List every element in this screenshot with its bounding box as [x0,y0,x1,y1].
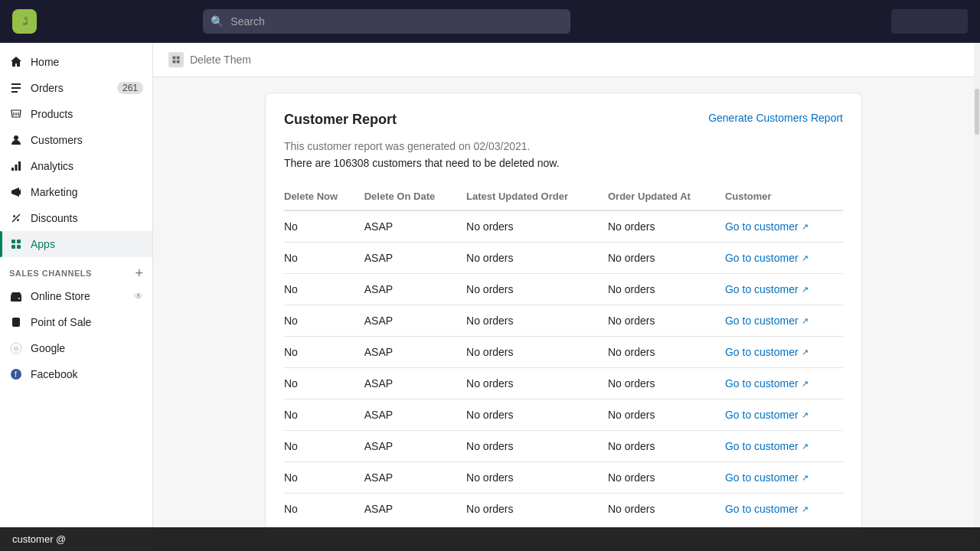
cell-delete-now: No [284,368,364,399]
report-count-text: There are 106308 customers that need to … [284,157,843,169]
cell-latest-order: No orders [466,431,608,462]
cell-latest-order: No orders [466,210,608,243]
topbar: 🔍 [0,0,980,43]
sidebar-item-discounts[interactable]: Discounts [0,205,152,231]
orders-badge: 261 [117,82,143,94]
svg-rect-12 [17,245,21,249]
sales-channels-section: SALES CHANNELS + [0,257,152,283]
sidebar: Home Orders 261 Products Customers Ana [0,43,153,551]
cell-customer: Go to customer ↗ [725,399,843,431]
search-icon: 🔍 [211,15,224,28]
external-link-icon: ↗ [802,442,808,452]
scrollbar-thumb[interactable] [975,89,979,135]
svg-rect-24 [173,60,176,64]
add-sales-channel-button[interactable]: + [135,266,143,280]
table-row: NoASAPNo ordersNo ordersGo to customer ↗ [284,243,843,274]
discounts-icon [9,211,23,225]
pos-icon [9,315,23,329]
sidebar-item-customers[interactable]: Customers [0,127,152,153]
go-to-customer-link[interactable]: Go to customer ↗ [725,346,834,358]
go-to-customer-link[interactable]: Go to customer ↗ [725,252,834,264]
table-row: NoASAPNo ordersNo ordersGo to customer ↗ [284,399,843,431]
scrollbar[interactable] [974,43,980,551]
sidebar-item-analytics[interactable]: Analytics [0,153,152,179]
external-link-icon: ↗ [802,222,808,232]
go-to-customer-link[interactable]: Go to customer ↗ [725,283,834,295]
cell-delete-now: No [284,274,364,305]
go-to-customer-link[interactable]: Go to customer ↗ [725,409,834,421]
cell-order-updated: No orders [608,305,725,337]
cell-delete-now: No [284,462,364,494]
sales-channels-label: SALES CHANNELS [9,269,92,278]
customer-report-table: Delete Now Delete On Date Latest Updated… [284,184,843,524]
cell-delete-on-date: ASAP [364,274,466,305]
go-to-customer-link[interactable]: Go to customer ↗ [725,220,834,233]
svg-rect-4 [11,168,14,171]
sidebar-item-marketing[interactable]: Marketing [0,179,152,205]
go-to-customer-link[interactable]: Go to customer ↗ [725,315,834,327]
cell-delete-on-date: ASAP [364,431,466,462]
external-link-icon: ↗ [802,379,808,389]
cell-latest-order: No orders [466,274,608,305]
cell-customer: Go to customer ↗ [725,210,843,243]
cell-delete-on-date: ASAP [364,368,466,399]
cell-delete-on-date: ASAP [364,399,466,431]
cell-order-updated: No orders [608,368,725,399]
analytics-icon [9,159,23,173]
table-row: NoASAPNo ordersNo ordersGo to customer ↗ [284,210,843,243]
cell-latest-order: No orders [466,305,608,337]
marketing-icon [9,185,23,199]
table-header-row: Delete Now Delete On Date Latest Updated… [284,184,843,210]
cell-latest-order: No orders [466,243,608,274]
svg-text:f: f [15,370,17,379]
external-link-icon: ↗ [802,253,808,263]
svg-rect-6 [18,161,21,171]
cell-order-updated: No orders [608,337,725,368]
sidebar-label-facebook: Facebook [31,368,77,380]
breadcrumb-icon [168,52,184,67]
footer-hint: customer @ [0,527,980,551]
go-to-customer-link[interactable]: Go to customer ↗ [725,471,834,484]
svg-rect-22 [173,57,176,60]
svg-text:G: G [14,345,18,352]
cell-order-updated: No orders [608,494,725,525]
cell-customer: Go to customer ↗ [725,462,843,494]
orders-icon [9,81,23,95]
topbar-right-actions [891,9,968,34]
col-delete-on-date: Delete On Date [364,184,466,210]
svg-rect-1 [11,87,21,89]
cell-order-updated: No orders [608,274,725,305]
products-icon [9,107,23,121]
sidebar-label-discounts: Discounts [31,212,77,224]
table-row: NoASAPNo ordersNo ordersGo to customer ↗ [284,368,843,399]
cell-order-updated: No orders [608,462,725,494]
search-input[interactable] [203,9,570,34]
breadcrumb-text: Delete Them [190,54,251,66]
online-store-visibility-icon: 👁 [134,291,143,302]
go-to-customer-link[interactable]: Go to customer ↗ [725,440,834,452]
sidebar-item-orders[interactable]: Orders 261 [0,75,152,101]
sidebar-item-products[interactable]: Products [0,101,152,127]
table-row: NoASAPNo ordersNo ordersGo to customer ↗ [284,462,843,494]
apps-icon [9,237,23,251]
cell-latest-order: No orders [466,337,608,368]
sidebar-item-online-store[interactable]: Online Store 👁 [0,283,152,309]
cell-delete-on-date: ASAP [364,210,466,243]
sidebar-item-facebook[interactable]: f Facebook [0,361,152,387]
search-bar[interactable]: 🔍 [203,9,570,34]
generate-customers-report-link[interactable]: Generate Customers Report [708,112,843,124]
sidebar-item-point-of-sale[interactable]: Point of Sale [0,309,152,335]
sidebar-item-home[interactable]: Home [0,49,152,75]
sidebar-label-online-store: Online Store [31,290,90,302]
go-to-customer-link[interactable]: Go to customer ↗ [725,503,834,515]
home-icon [9,55,23,69]
sidebar-label-apps: Apps [31,238,55,250]
main-content: Delete Them Customer Report Generate Cus… [153,43,974,551]
cell-delete-on-date: ASAP [364,462,466,494]
cell-customer: Go to customer ↗ [725,305,843,337]
sidebar-item-google[interactable]: G Google [0,335,152,361]
sidebar-item-apps[interactable]: Apps [0,231,152,257]
go-to-customer-link[interactable]: Go to customer ↗ [725,377,834,390]
external-link-icon: ↗ [802,504,808,514]
cell-customer: Go to customer ↗ [725,274,843,305]
